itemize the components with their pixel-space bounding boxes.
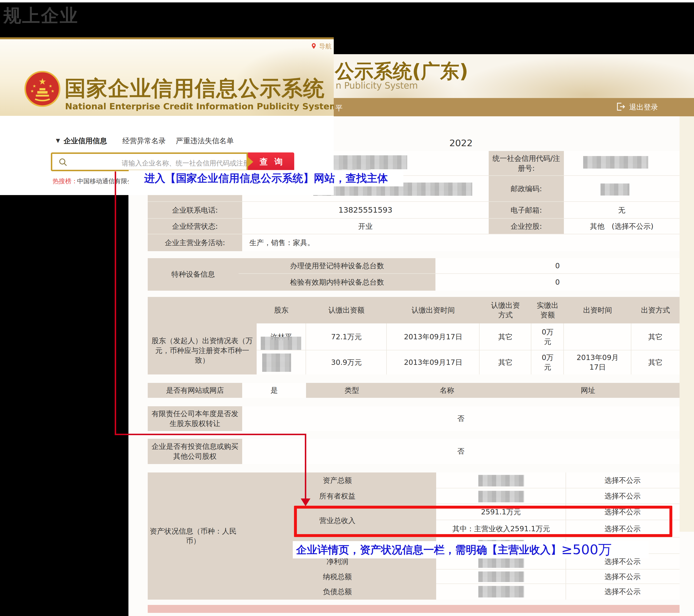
- nav-link-label: 导航: [319, 42, 332, 51]
- cell-value: [564, 323, 631, 350]
- asset-row-label: 纳税总额: [239, 570, 436, 584]
- cell-value: 其它: [479, 323, 531, 350]
- col-header: 出资时间: [564, 297, 631, 323]
- search-button-label: 查询: [253, 156, 289, 167]
- col-header: 类型: [306, 383, 398, 398]
- redacted-asset-value: [478, 572, 524, 582]
- redacted-postcode: [601, 184, 629, 195]
- search-button[interactable]: 查询: [248, 152, 294, 171]
- section-label-shareholders: 股东（发起人）出资情况表（万元，币种应与注册资本币种一致）: [148, 297, 257, 374]
- cell-value: 2013年09月17日: [387, 350, 479, 374]
- col-header: 实缴出资额: [531, 297, 564, 323]
- arrow-segment: [305, 434, 306, 499]
- col-header: 认缴出资额: [306, 297, 387, 323]
- cell-value: 0万元: [531, 350, 564, 374]
- top-strip: [0, 0, 694, 2]
- chevron-down-icon: ▼: [56, 137, 60, 144]
- investment-answer: 否: [242, 439, 679, 464]
- publish-choice: 选择不公示: [566, 472, 679, 488]
- svg-text:★: ★: [49, 83, 52, 88]
- tab-credit-info[interactable]: 企业信用信息: [63, 136, 107, 146]
- cell-label: 检验有效期内特种设备总台数: [239, 274, 435, 291]
- website-answer: 是: [242, 383, 306, 398]
- col-header: 认缴出资方式: [479, 297, 531, 323]
- email-value: 无: [564, 202, 679, 219]
- publish-choice: 选择不公示: [566, 584, 679, 600]
- cell-label: 企业主营业务活动:: [148, 234, 242, 251]
- section-label-equipment: 特种设备信息: [148, 258, 239, 291]
- status-value: 开业: [242, 219, 489, 234]
- national-emblem: ★ ★ ★ ★ ★: [24, 71, 61, 108]
- hot-search-label: 热搜榜：: [53, 177, 78, 185]
- svg-text:★: ★: [30, 89, 34, 93]
- tab-abnormal-list[interactable]: 经营异常名录: [123, 136, 166, 146]
- cell-label: 是否有网站或网店: [148, 383, 242, 398]
- cell-label: 邮政编码:: [489, 176, 564, 202]
- location-pin-icon: [310, 43, 317, 50]
- logout-icon: [615, 101, 626, 113]
- logout-label: 退出登录: [629, 102, 658, 112]
- transfer-answer: 否: [242, 406, 679, 431]
- search-icon: [58, 157, 68, 168]
- right-margin: [679, 116, 694, 532]
- nav-link[interactable]: 导航: [310, 42, 332, 51]
- gd-page-subtitle: n Publicity System: [336, 80, 418, 91]
- home-title-cn: 国家企业信用信息公示系统: [65, 74, 325, 103]
- cell-label: 企业控股:: [489, 219, 564, 234]
- publish-choice: 选择不公示: [566, 488, 679, 504]
- tab-violation-list[interactable]: 严重违法失信名单: [176, 136, 234, 146]
- arrow-segment: [115, 171, 116, 435]
- cell-label: 电子邮箱:: [489, 202, 564, 219]
- col-header: 名称: [398, 383, 496, 398]
- home-title-en: National Enterprise Credit Information P…: [65, 101, 334, 111]
- cell-label: 企业是否有投资信息或购买其他公司股权: [148, 439, 242, 464]
- cell-value: 0: [435, 258, 679, 274]
- arrow-head: [301, 499, 310, 506]
- svg-text:★: ★: [33, 83, 36, 88]
- col-header: 出资方式: [631, 297, 679, 323]
- cell-value: 2013年09月17日: [387, 323, 479, 350]
- svg-text:★: ★: [51, 89, 54, 93]
- arrow-segment: [115, 434, 306, 435]
- mountain-art: [454, 57, 694, 98]
- svg-text:★: ★: [39, 76, 47, 87]
- username-fragment: 平: [335, 103, 343, 113]
- cell-value: 72.1万元: [306, 323, 387, 350]
- annotation-note-1: 进入【国家企业信用信息公示系统】网站，查找主体: [129, 170, 403, 186]
- holding-value: 其他 (选择不公示): [564, 219, 679, 234]
- redacted-asset-value: [478, 491, 524, 502]
- search-box: [51, 152, 248, 171]
- asset-row-label: 负债总额: [239, 584, 436, 600]
- cell-label: 企业经营状态:: [148, 219, 242, 234]
- redacted-asset-value: [478, 475, 524, 486]
- annotation-note-2: 企业详情页，资产状况信息一栏，需明确【主营业收入】≥500万: [293, 541, 649, 558]
- redacted-shareholder: [262, 354, 291, 372]
- slide-corner-label: 规上企业: [3, 4, 78, 28]
- phone-value: 13825551593: [242, 202, 489, 219]
- cell-value: 其它: [631, 323, 679, 350]
- cell-label: 有限责任公司本年度是否发生股东股权转让: [148, 406, 242, 431]
- redacted-asset-value: [478, 586, 524, 597]
- cell-label: 办理使用登记特种设备总台数: [239, 258, 435, 274]
- cell-value: 其它: [479, 350, 531, 374]
- gold-chevron-icon: [246, 156, 253, 168]
- logout-button[interactable]: 退出登录: [615, 101, 658, 113]
- home-header: 导航 ★ ★ ★ ★ ★ 国家企业信用信息公示系统: [0, 39, 334, 116]
- cell-value: 0万元: [531, 323, 564, 350]
- redacted-shareholder: [261, 337, 301, 350]
- col-header: 网址: [496, 383, 679, 398]
- redacted-credit-code: [583, 156, 648, 169]
- section-label-assets: 资产状况信息（币种：人民币）: [148, 472, 239, 600]
- cutoff-highlight-row: [148, 605, 679, 613]
- cell-label: 企业联系电话:: [148, 202, 242, 219]
- col-header: 认缴出资时间: [387, 297, 479, 323]
- cell-value: 其它: [631, 350, 679, 374]
- cell-value: 2013年09月17日: [564, 350, 631, 374]
- cell-value: 30.9万元: [306, 350, 387, 374]
- publish-choice: 选择不公示: [566, 570, 679, 584]
- slide-canvas: 规上企业 公示系统(广东) n Publicity System 平 退出登录 …: [0, 0, 694, 616]
- cell-label: 统一社会信用代码/注册号:: [489, 151, 564, 176]
- business-activity-value: 生产，销售：家具。: [242, 234, 679, 251]
- highlight-box-revenue: [294, 506, 672, 537]
- cell-value: 0: [435, 274, 679, 291]
